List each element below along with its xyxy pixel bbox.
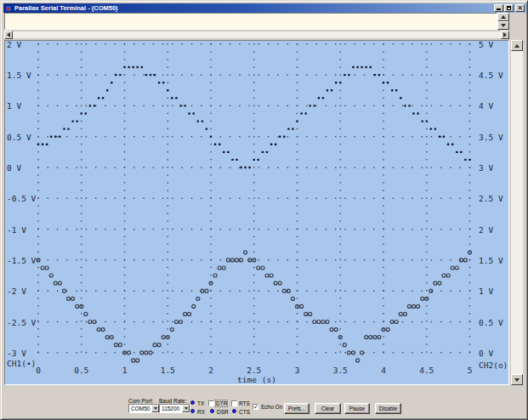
grid-dot bbox=[297, 144, 298, 145]
grid-dot bbox=[431, 136, 432, 137]
grid-dot bbox=[210, 275, 211, 275]
grid-dot bbox=[37, 290, 38, 291]
grid-dot bbox=[253, 197, 254, 198]
maximize-button[interactable] bbox=[504, 4, 514, 12]
rts-checkbox[interactable] bbox=[231, 400, 237, 406]
grid-dot bbox=[297, 313, 298, 314]
grid-dot bbox=[81, 259, 82, 260]
ch1-point bbox=[202, 120, 203, 122]
ch1-point bbox=[426, 120, 428, 122]
ch2-point bbox=[118, 343, 122, 347]
ch2-point bbox=[463, 258, 467, 262]
minimize-button[interactable] bbox=[494, 4, 503, 12]
plot-vertical-scrollbar[interactable] bbox=[511, 40, 523, 385]
plot-scroll-down-button[interactable] bbox=[511, 374, 523, 385]
grid-dot bbox=[426, 113, 427, 114]
echo-on-checkbox[interactable]: ✓ bbox=[253, 404, 258, 410]
scroll-down-button[interactable] bbox=[497, 21, 509, 30]
disable-button[interactable]: Disable bbox=[375, 403, 401, 414]
grid-dot bbox=[297, 159, 298, 160]
grid-dot bbox=[172, 291, 173, 292]
com-port-dropdown-button[interactable] bbox=[151, 405, 159, 412]
grid-dot bbox=[373, 198, 374, 199]
grid-dot bbox=[37, 159, 38, 160]
grid-dot bbox=[210, 328, 211, 329]
plot-scroll-up-button[interactable] bbox=[511, 40, 523, 51]
grid-dot bbox=[253, 82, 254, 83]
grid-dot bbox=[37, 305, 38, 306]
maximize-icon bbox=[507, 6, 511, 10]
grid-dot bbox=[191, 291, 192, 292]
ch1-point bbox=[331, 89, 332, 91]
grid-dot bbox=[81, 197, 82, 198]
clear-button[interactable]: Clear bbox=[315, 403, 341, 414]
grid-dot bbox=[335, 167, 336, 167]
close-button[interactable]: ✕ bbox=[515, 4, 525, 12]
grid-dot bbox=[124, 328, 125, 329]
ch2-point bbox=[218, 266, 221, 270]
ch2-point bbox=[41, 266, 44, 270]
grid-dot bbox=[431, 167, 432, 167]
grid-dot bbox=[383, 305, 383, 306]
scroll-right-button[interactable] bbox=[501, 31, 509, 39]
ch2-point bbox=[88, 321, 92, 324]
scroll-up-button[interactable] bbox=[497, 13, 509, 21]
grid-dot bbox=[315, 291, 316, 292]
grid-dot bbox=[210, 98, 211, 99]
grid-dot bbox=[402, 74, 403, 75]
text-horizontal-scrollbar[interactable] bbox=[4, 31, 509, 39]
grid-dot bbox=[426, 174, 427, 175]
ch2-point bbox=[230, 258, 234, 262]
grid-dot bbox=[37, 221, 38, 222]
dtr-checkbox[interactable] bbox=[208, 400, 214, 406]
grid-dot bbox=[469, 75, 470, 76]
grid-dot bbox=[431, 43, 432, 44]
grid-dot bbox=[422, 321, 423, 322]
grid-dot bbox=[383, 328, 383, 329]
grid-dot bbox=[426, 328, 427, 329]
com-port-select[interactable]: COM50 bbox=[128, 404, 160, 413]
grid-dot bbox=[182, 198, 183, 199]
ch1-point bbox=[123, 66, 125, 68]
grid-dot bbox=[115, 167, 116, 167]
grid-dot bbox=[81, 236, 82, 237]
grid-dot bbox=[344, 167, 345, 167]
grid-dot bbox=[37, 336, 38, 337]
grid-dot bbox=[210, 174, 211, 175]
grid-dot bbox=[133, 259, 134, 260]
grid-dot bbox=[220, 136, 221, 137]
grid-dot bbox=[37, 67, 38, 68]
grid-dot bbox=[95, 198, 96, 199]
grid-dot bbox=[249, 136, 250, 137]
grid-dot bbox=[287, 259, 288, 260]
baud-rate-select[interactable]: 115200 bbox=[159, 404, 190, 413]
baud-rate-dropdown-button[interactable] bbox=[182, 405, 190, 412]
grid-dot bbox=[167, 82, 168, 83]
grid-dot bbox=[124, 182, 125, 183]
grid-dot bbox=[153, 136, 154, 137]
scroll-left-button[interactable] bbox=[4, 31, 13, 39]
grid-dot bbox=[340, 197, 341, 198]
grid-dot bbox=[153, 229, 154, 230]
grid-dot bbox=[340, 282, 341, 283]
grid-dot bbox=[167, 205, 168, 206]
ch1-point bbox=[370, 66, 372, 68]
grid-dot bbox=[57, 259, 58, 260]
grid-dot bbox=[340, 182, 341, 183]
grid-dot bbox=[426, 244, 427, 245]
grid-dot bbox=[469, 244, 470, 245]
grid-dot bbox=[253, 67, 254, 68]
cts-label: CTS bbox=[239, 409, 250, 415]
ch2-point bbox=[321, 321, 325, 324]
grid-dot bbox=[258, 198, 259, 199]
grid-dot bbox=[306, 198, 307, 199]
ch1-point bbox=[456, 151, 457, 153]
terminal-input[interactable] bbox=[4, 13, 497, 30]
text-vertical-scrollbar[interactable] bbox=[497, 13, 509, 30]
prefs-button[interactable]: Prefs... bbox=[284, 403, 309, 414]
grid-dot bbox=[340, 159, 341, 160]
grid-dot bbox=[105, 105, 105, 106]
titlebar[interactable]: Parallax Serial Terminal - (COM50) ✕ bbox=[3, 3, 526, 13]
pause-button[interactable]: Pause bbox=[344, 403, 370, 414]
grid-dot bbox=[162, 74, 163, 75]
